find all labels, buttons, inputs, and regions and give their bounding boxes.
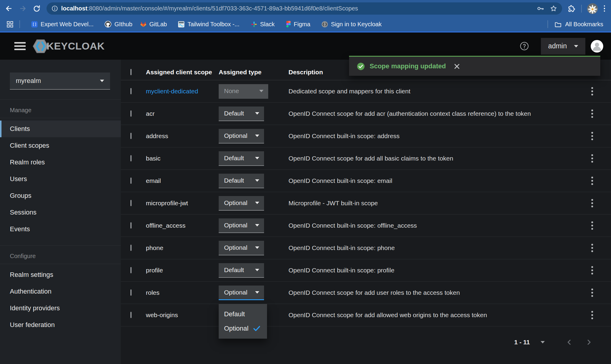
sidebar-item-groups[interactable]: Groups xyxy=(0,187,121,204)
github-icon xyxy=(105,21,111,27)
url-bar[interactable]: localhost:8080/admin/master/console/#/my… xyxy=(47,2,562,15)
pagination-next-icon[interactable] xyxy=(586,339,592,345)
bookmark-sign-in-to-keycloak[interactable]: Sign in to Keycloak xyxy=(322,21,382,28)
row-checkbox[interactable] xyxy=(130,133,132,139)
assigned-type-select[interactable]: Default xyxy=(219,263,264,278)
kebab-menu-icon[interactable] xyxy=(589,107,595,120)
sidebar-item-clients[interactable]: Clients xyxy=(0,121,121,137)
url-text: localhost:8080/admin/master/console/#/my… xyxy=(61,5,358,12)
kebab-menu-icon[interactable] xyxy=(589,286,595,299)
kebab-menu-icon[interactable] xyxy=(589,174,595,187)
sidebar-item-users[interactable]: Users xyxy=(0,171,121,187)
user-menu-button[interactable]: admin xyxy=(541,38,585,55)
scope-name[interactable]: myclient-dedicated xyxy=(146,88,198,95)
scope-description: OpenID Connect built-in scope: phone xyxy=(288,244,395,251)
sidebar-item-label: Sessions xyxy=(10,209,36,216)
sidebar-item-realm-settings[interactable]: Realm settings xyxy=(0,266,121,283)
assigned-type-select[interactable]: Optional xyxy=(219,218,264,233)
row-checkbox[interactable] xyxy=(130,267,132,273)
assigned-type-select[interactable]: Optional xyxy=(219,129,264,144)
kebab-menu-icon[interactable] xyxy=(589,264,595,277)
bookmark-label: Slack xyxy=(260,21,275,28)
assigned-type-value: Optional xyxy=(224,244,247,251)
assigned-type-select[interactable]: Default xyxy=(219,174,264,188)
row-checkbox[interactable] xyxy=(130,289,132,296)
toast-message: Scope mapping updated xyxy=(370,62,446,70)
passwords-icon[interactable] xyxy=(536,4,544,13)
reload-icon[interactable] xyxy=(33,5,41,13)
row-checkbox[interactable] xyxy=(130,222,132,229)
menu-option-label: Optional xyxy=(224,325,249,332)
row-checkbox[interactable] xyxy=(130,245,132,251)
row-checkbox[interactable] xyxy=(130,110,132,117)
pagination-prev-icon[interactable] xyxy=(566,339,572,345)
row-checkbox[interactable] xyxy=(130,155,132,161)
bookmark-star-icon[interactable] xyxy=(550,5,557,12)
bookmark-github[interactable]: GIthub xyxy=(105,21,132,28)
row-checkbox[interactable] xyxy=(130,178,132,184)
row-checkbox[interactable] xyxy=(130,200,132,206)
sidebar-item-events[interactable]: Events xyxy=(0,221,121,237)
chevron-down-icon xyxy=(574,45,578,47)
kebab-menu-icon[interactable] xyxy=(589,219,595,232)
browser-menu-icon[interactable] xyxy=(604,5,605,12)
assigned-type-select[interactable]: Optional xyxy=(219,196,264,211)
sidebar-item-sessions[interactable]: Sessions xyxy=(0,204,121,221)
bookmark-label: GitLab xyxy=(149,21,167,28)
user-menu-label: admin xyxy=(548,42,567,50)
scope-description: Microprofile - JWT built-in scope xyxy=(288,200,378,206)
bookmark-label: Tailwind Toolbox -... xyxy=(187,21,239,28)
sidebar-item-client-scopes[interactable]: Client scopes xyxy=(0,137,121,154)
bookmark-figma[interactable]: Figma xyxy=(286,21,311,28)
row-checkbox[interactable] xyxy=(130,312,132,318)
assigned-type-value: Optional xyxy=(224,222,247,229)
scope-description: OpenID Connect scope for add allowed web… xyxy=(288,311,487,318)
sidebar-item-authentication[interactable]: Authentication xyxy=(0,283,121,300)
site-info-icon[interactable] xyxy=(51,5,58,12)
toolbar-right xyxy=(562,3,611,14)
kebab-menu-icon[interactable] xyxy=(589,241,595,255)
extensions-icon[interactable] xyxy=(567,5,575,13)
browser-profile-avatar[interactable] xyxy=(587,3,598,14)
sidebar-item-label: User federation xyxy=(10,321,55,329)
chevron-down-icon xyxy=(255,291,259,294)
bookmark-tailwind-toolbox[interactable]: Tailwind Toolbox -... xyxy=(178,21,239,28)
sidebar-item-realm-roles[interactable]: Realm roles xyxy=(0,154,121,171)
menu-option-optional[interactable]: Optional xyxy=(219,321,267,336)
sidebar-item-label: Clients xyxy=(10,125,30,133)
help-icon[interactable] xyxy=(520,41,529,51)
sidebar-item-user-federation[interactable]: User federation xyxy=(0,317,121,333)
table-row-web-origins: web-originsOpenID Connect scope for add … xyxy=(121,304,611,326)
back-icon[interactable] xyxy=(5,4,13,13)
bookmark-slack[interactable]: Slack xyxy=(251,21,275,28)
tailwind-icon xyxy=(178,21,184,27)
column-header-scope: Assigned client scope xyxy=(146,69,219,76)
bookmark-expert-web-devel[interactable]: []Expert Web Devel... xyxy=(31,21,93,28)
svg-text:[]: [] xyxy=(32,22,37,27)
assigned-type-select[interactable]: Default xyxy=(219,107,264,121)
sidebar: myrealm ManageClientsClient scopesRealm … xyxy=(0,60,121,364)
bookmark-gitlab[interactable]: GitLab xyxy=(140,21,167,28)
menu-option-default[interactable]: Default xyxy=(219,307,267,321)
assigned-type-select[interactable]: Optional xyxy=(219,241,264,255)
kebab-menu-icon[interactable] xyxy=(589,129,595,143)
kebab-menu-icon[interactable] xyxy=(589,85,595,98)
sidebar-item-identity-providers[interactable]: Identity providers xyxy=(0,300,121,317)
chevron-down-icon xyxy=(255,202,259,204)
nav-toggle-icon[interactable] xyxy=(14,40,26,52)
kebab-menu-icon[interactable] xyxy=(589,152,595,165)
chevron-down-icon xyxy=(259,90,263,92)
all-bookmarks[interactable]: All Bookmarks xyxy=(547,20,611,28)
row-checkbox[interactable] xyxy=(130,88,132,94)
kebab-menu-icon[interactable] xyxy=(589,309,595,322)
assigned-type-select[interactable]: Default xyxy=(219,151,264,166)
user-avatar[interactable] xyxy=(591,40,603,53)
select-all-checkbox[interactable] xyxy=(130,69,132,75)
forward-icon[interactable] xyxy=(19,4,27,13)
kebab-menu-icon[interactable] xyxy=(589,197,595,210)
pagination-options-icon[interactable] xyxy=(541,341,545,343)
apps-grid-icon[interactable] xyxy=(7,21,13,28)
realm-selector[interactable]: myrealm xyxy=(10,73,110,90)
close-icon[interactable] xyxy=(453,63,460,70)
assigned-type-select[interactable]: Optional xyxy=(219,286,264,300)
